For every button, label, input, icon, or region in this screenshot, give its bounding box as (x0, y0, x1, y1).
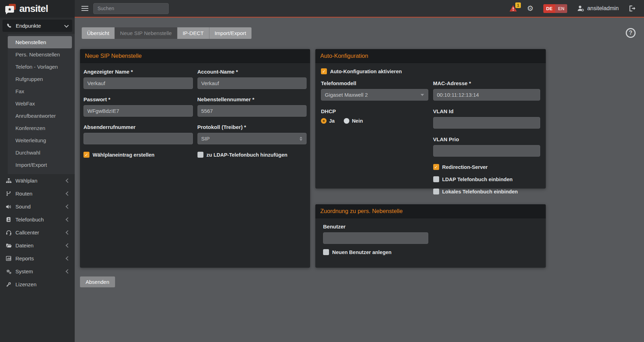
ldap-hinzufuegen-checkbox[interactable]: ✓ (197, 152, 203, 158)
dhcp-nein-option[interactable]: Nein (344, 118, 363, 124)
tab-neue-sip-nebenstelle[interactable]: Neue SIP Nebenstelle (115, 27, 177, 39)
code-branch-icon (5, 191, 12, 196)
panel-auto-konfiguration: Auto-Konfiguration ✓ Auto-Konfiguration … (315, 49, 546, 189)
alerts-button[interactable]: 1 (509, 5, 517, 12)
sidebar-item-label: Telefonbuch (15, 217, 44, 223)
sidebar-item-import-export[interactable]: Import/Export (8, 159, 72, 171)
protokoll-label: Protokoll (Treiber) * (197, 124, 307, 130)
sidebar-item-durchwahl[interactable]: Durchwahl (8, 146, 72, 159)
sidebar-item-anrufbeantworter[interactable]: Anrufbeantworter (8, 110, 72, 122)
telefonmodell-label: Telefonmodell (321, 80, 428, 86)
sidebar-item-nebenstellen[interactable]: Nebenstellen (8, 36, 72, 48)
lang-en-button[interactable]: EN (555, 4, 567, 13)
protokoll-select[interactable]: SIP (197, 133, 307, 144)
sidebar-item-fax[interactable]: Fax (8, 85, 72, 97)
auto-konfiguration-aktivieren-row[interactable]: ✓ Auto-Konfiguration aktivieren (321, 68, 540, 74)
protokoll-selected-value: SIP (201, 136, 210, 142)
logout-icon[interactable] (629, 5, 636, 12)
cogs-icon (5, 269, 12, 274)
chevron-left-icon (66, 191, 70, 196)
ldap-einbinden-checkbox[interactable]: ✓ (433, 176, 439, 182)
angezeigter-name-field[interactable] (83, 77, 193, 89)
chevron-left-icon (66, 230, 70, 235)
tab-uebersicht[interactable]: Übersicht (82, 27, 115, 39)
benutzer-field[interactable] (323, 232, 428, 244)
nebenstellennummer-field[interactable] (197, 105, 307, 117)
sidebar-item-sound[interactable]: Sound (0, 200, 75, 213)
vlan-id-label: VLAN Id (433, 108, 541, 114)
passwort-field[interactable] (83, 105, 193, 117)
neuer-benutzer-label: Neuen Benutzer anlegen (332, 249, 391, 255)
neuer-benutzer-checkbox[interactable]: ✓ (323, 249, 329, 255)
dhcp-ja-label: Ja (329, 118, 335, 124)
dhcp-nein-radio[interactable] (344, 118, 349, 124)
panel-title: Zuordnung zu pers. Nebenstelle (315, 204, 546, 218)
select-updown-icon (300, 137, 302, 141)
headset-icon (5, 230, 12, 235)
waehlplaneintrag-checkbox[interactable]: ✓ (83, 152, 89, 158)
alert-count-badge: 1 (515, 2, 521, 8)
telefonmodell-select[interactable]: Gigaset Maxwell 2 (321, 89, 428, 101)
panel-title: Auto-Konfiguration (315, 49, 546, 63)
phone-icon (7, 23, 12, 28)
lokales-einbinden-row[interactable]: ✓ Lokales Telefonbuch einbinden (433, 189, 541, 194)
redirection-server-row[interactable]: ✓ Redirection-Server (433, 164, 541, 170)
dhcp-ja-radio[interactable] (321, 118, 327, 124)
nebenstellennummer-label: Nebenstellennummer * (197, 96, 307, 102)
hamburger-menu-icon[interactable] (81, 5, 88, 12)
sidebar-item-dateien[interactable]: Dateien (0, 239, 75, 252)
mac-adresse-field[interactable] (433, 89, 541, 101)
dhcp-label: DHCP (321, 108, 428, 114)
lokales-einbinden-label: Lokales Telefonbuch einbinden (442, 189, 518, 194)
neuer-benutzer-row[interactable]: ✓ Neuen Benutzer anlegen (323, 249, 538, 255)
account-name-field[interactable] (197, 77, 307, 89)
redirection-server-label: Redirection-Server (442, 164, 488, 170)
sidebar-item-lizenzen[interactable]: Lizenzen (0, 278, 75, 291)
waehlplaneintrag-checkbox-row[interactable]: ✓ Wählplaneintrag erstellen (83, 152, 193, 158)
dhcp-radio-group: Ja Nein (321, 118, 428, 124)
endpunkte-submenu: Nebenstellen Pers. Nebenstellen Telefon … (8, 34, 75, 174)
lang-de-button[interactable]: DE (543, 4, 555, 13)
auto-konfiguration-checkbox[interactable]: ✓ (321, 68, 327, 74)
sidebar-item-konferenzen[interactable]: Konferenzen (8, 122, 72, 134)
sidebar-item-system[interactable]: System (0, 265, 75, 278)
sidebar-item-label: Wählplan (15, 178, 38, 184)
gear-icon[interactable]: ⚙ (527, 5, 534, 12)
ldap-hinzufuegen-label: zu LDAP-Telefonbuch hinzufügen (207, 152, 288, 158)
sidebar-item-webfax[interactable]: WebFax (8, 97, 72, 110)
user-icon (577, 5, 584, 12)
chevron-left-icon (66, 256, 70, 261)
absenderrufnummer-field[interactable] (83, 133, 193, 144)
chart-icon (5, 256, 12, 261)
absenden-button[interactable]: Absenden (80, 276, 115, 287)
dhcp-ja-option[interactable]: Ja (321, 118, 335, 124)
sidebar-item-reports[interactable]: Reports (0, 252, 75, 265)
sidebar-item-label: Callcenter (15, 230, 39, 235)
ldap-einbinden-row[interactable]: ✓ LDAP Telefonbuch einbinden (433, 176, 541, 182)
sidebar-item-pers-nebenstellen[interactable]: Pers. Nebenstellen (8, 48, 72, 61)
help-icon[interactable]: ? (626, 28, 636, 38)
sidebar-item-waehlplan[interactable]: Wählplan (0, 174, 75, 187)
topbar: 1 ⚙ DE EN ansiteladmin (75, 0, 644, 18)
brand-logo[interactable]: ★ ansitel (0, 0, 75, 18)
sidebar-item-rufgruppen[interactable]: Rufgruppen (8, 73, 72, 85)
sidebar-item-telefon-vorlagen[interactable]: Telefon - Vorlagen (8, 61, 72, 73)
sidebar-item-weiterleitung[interactable]: Weiterleitung (8, 134, 72, 146)
select-caret-icon (421, 94, 424, 96)
username-label: ansiteladmin (587, 5, 619, 12)
vlan-id-field[interactable] (433, 117, 541, 129)
vlan-prio-field[interactable] (433, 145, 541, 157)
language-switcher: DE EN (543, 4, 567, 13)
ldap-hinzufuegen-checkbox-row[interactable]: ✓ zu LDAP-Telefonbuch hinzufügen (197, 152, 307, 158)
volume-icon (5, 204, 12, 210)
sidebar-item-callcenter[interactable]: Callcenter (0, 226, 75, 239)
search-input[interactable] (93, 3, 169, 14)
user-menu[interactable]: ansiteladmin (577, 5, 619, 12)
lokales-einbinden-checkbox[interactable]: ✓ (433, 189, 439, 194)
sidebar-item-telefonbuch[interactable]: Telefonbuch (0, 213, 75, 226)
tab-ip-dect[interactable]: IP-DECT (177, 27, 209, 39)
redirection-server-checkbox[interactable]: ✓ (433, 164, 439, 170)
sidebar-item-routen[interactable]: Routen (0, 187, 75, 200)
sidebar-item-endpunkte[interactable]: Endpunkte (2, 20, 72, 32)
tab-import-export[interactable]: Import/Export (209, 27, 251, 39)
